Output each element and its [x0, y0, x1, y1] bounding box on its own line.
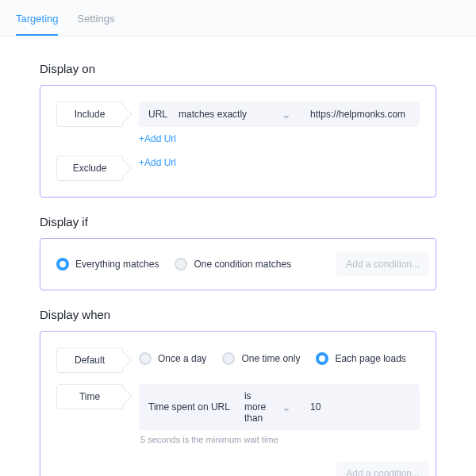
radio-once-a-day[interactable]: Once a day: [139, 352, 206, 365]
radio-label: One time only: [241, 353, 300, 364]
tab-settings[interactable]: Settings: [77, 13, 114, 36]
section-title-display-when: Display when: [40, 308, 436, 321]
add-url-include-link[interactable]: +Add Url: [139, 133, 176, 144]
radio-dot-icon: [175, 258, 187, 271]
tag-time: Time: [56, 384, 123, 409]
radio-each-page-loads[interactable]: Each page loads: [316, 352, 405, 365]
radio-label: Once a day: [158, 353, 206, 364]
time-rule: Time spent on URL is more than ⌄ 10: [139, 384, 420, 430]
radio-one-time-only[interactable]: One time only: [222, 352, 300, 365]
url-field-label: URL: [148, 109, 178, 120]
chevron-down-icon: ⌄: [274, 401, 299, 413]
panel-display-if: Everything matches One condition matches…: [40, 238, 436, 290]
radio-dot-icon: [139, 352, 152, 365]
radio-one-condition-matches[interactable]: One condition matches: [175, 258, 291, 271]
tag-exclude: Exclude: [56, 155, 123, 181]
radio-dot-icon: [56, 258, 69, 271]
add-url-exclude-link[interactable]: +Add Url: [139, 157, 176, 168]
tag-default: Default: [56, 347, 123, 373]
section-title-display-if: Display if: [40, 215, 436, 228]
time-op-select[interactable]: is more than: [244, 390, 274, 424]
radio-label: Everything matches: [75, 259, 159, 270]
tab-targeting[interactable]: Targeting: [16, 13, 58, 36]
display-when-default-options: Once a day One time only Each page loads: [139, 347, 420, 365]
panel-display-when: Default Once a day One time only: [40, 331, 436, 476]
url-match-mode-select[interactable]: matches exactly: [178, 109, 274, 120]
url-value-input[interactable]: https://helpmonks.com: [299, 109, 410, 120]
add-condition-button[interactable]: Add a condition...: [336, 252, 429, 276]
radio-label: Each page loads: [335, 353, 405, 364]
time-metric-label: Time spent on URL: [148, 401, 244, 413]
radio-dot-icon: [316, 352, 328, 365]
include-url-rule: URL matches exactly ⌄ https://helpmonks.…: [139, 102, 420, 127]
radio-dot-icon: [222, 352, 235, 365]
time-value-input[interactable]: 10: [299, 401, 410, 413]
tab-bar: Targeting Settings: [0, 0, 476, 36]
chevron-down-icon: ⌄: [274, 108, 299, 121]
radio-label: One condition matches: [194, 259, 291, 270]
add-condition-button[interactable]: Add a condition...: [336, 462, 429, 476]
radio-everything-matches[interactable]: Everything matches: [56, 258, 159, 271]
time-helper-text: 5 seconds is the minimum wait time: [139, 435, 420, 444]
section-title-display-on: Display on: [40, 62, 436, 75]
tag-include: Include: [56, 102, 123, 127]
panel-display-on: Include URL matches exactly ⌄ https://he…: [40, 85, 436, 198]
